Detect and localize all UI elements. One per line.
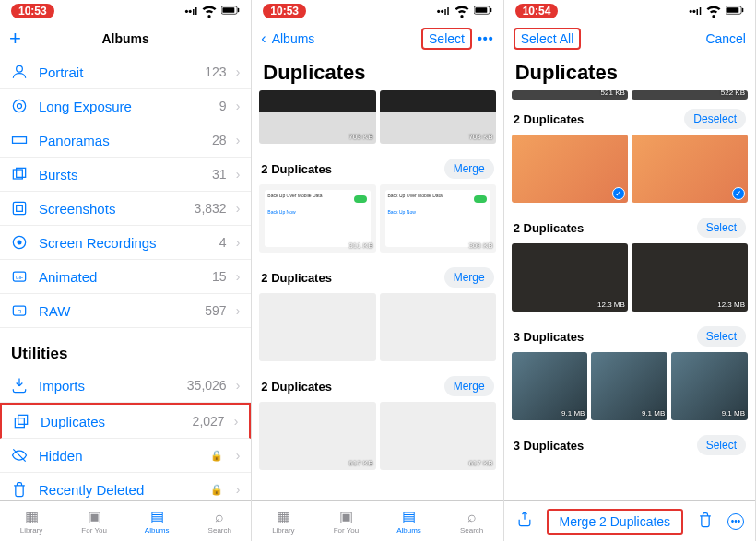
row-raw[interactable]: RRAW597› [0, 294, 251, 328]
tab-library[interactable]: ▦Library [0, 501, 63, 541]
chevron-right-icon: › [236, 99, 241, 113]
tab-for-you[interactable]: ▣For You [63, 501, 125, 541]
signal-icon: ••ıl [185, 6, 198, 17]
thumb[interactable]: 617 KB [259, 402, 375, 470]
nav-bar: ‹Albums Select ••• [252, 22, 502, 55]
screenrec-icon [9, 232, 30, 253]
row-hidden[interactable]: Hidden🔒› [0, 439, 251, 473]
wifi-icon [200, 1, 219, 21]
delete-button[interactable] [696, 511, 715, 533]
row-panoramas[interactable]: Panoramas28› [0, 123, 251, 158]
thumb[interactable]: Back Up Over Mobile DataBack Up Now311 K… [259, 184, 375, 253]
row-screen-recordings[interactable]: Screen Recordings4› [0, 226, 251, 260]
status-bar: 10:53 ••ıl [0, 0, 251, 22]
battery-icon [726, 1, 744, 21]
thumb[interactable]: 703 KB [259, 90, 375, 144]
wifi-icon [453, 1, 471, 21]
tab-bar: ▦Library ▣For You ▤Albums ⌕Search [0, 500, 251, 541]
thumb[interactable]: 12.3 MB [512, 243, 628, 312]
tab-bar: ▦Library ▣For You ▤Albums ⌕Search [252, 500, 502, 541]
merge-duplicates-button[interactable]: Merge 2 Duplicates [547, 509, 683, 535]
thumb[interactable]: 522 KB [632, 90, 748, 100]
chevron-right-icon: › [236, 201, 241, 216]
tab-for-you[interactable]: ▣For You [314, 501, 377, 541]
trash-icon [9, 479, 30, 500]
album-list: Portrait123› Long Exposure9› Panoramas28… [0, 55, 251, 500]
tab-albums[interactable]: ▤Albums [377, 501, 440, 541]
thumb[interactable]: 12.3 MB [632, 243, 748, 312]
thumb[interactable] [380, 293, 496, 361]
chevron-right-icon: › [236, 167, 241, 182]
nav-title: Albums [0, 31, 251, 46]
row-animated[interactable]: GIFAnimated15› [0, 260, 251, 294]
deselect-button[interactable]: Deselect [684, 109, 746, 129]
chevron-right-icon: › [236, 235, 241, 250]
row-portrait[interactable]: Portrait123› [0, 55, 251, 89]
thumb[interactable]: 9.1 MB [671, 352, 748, 420]
svg-rect-2 [238, 8, 239, 12]
thumb[interactable]: Back Up Over Mobile DataBack Up Now309 K… [380, 184, 496, 253]
status-time: 10:53 [11, 4, 54, 18]
search-icon: ⌕ [467, 509, 477, 525]
select-all-button[interactable]: Select All [514, 28, 582, 50]
share-button[interactable] [515, 510, 534, 533]
merge-button[interactable]: Merge [444, 159, 494, 179]
add-button[interactable]: + [9, 27, 21, 51]
row-screenshots[interactable]: Screenshots3,832› [0, 192, 251, 226]
select-button[interactable]: Select [697, 435, 746, 455]
thumb[interactable]: 617 KB [380, 402, 496, 470]
back-button[interactable]: ‹Albums [261, 30, 314, 47]
svg-text:GIF: GIF [16, 275, 23, 280]
longexposure-icon [9, 96, 30, 116]
thumb[interactable]: 521 KB [512, 90, 628, 100]
thumb[interactable]: ✓ [632, 135, 748, 203]
svg-rect-1 [223, 7, 235, 13]
tab-albums[interactable]: ▤Albums [125, 501, 188, 541]
status-icons: ••ıl [689, 1, 744, 21]
merge-button[interactable]: Merge [444, 376, 494, 396]
svg-rect-17 [15, 418, 24, 428]
row-bursts[interactable]: Bursts31› [0, 158, 251, 192]
page-title: Duplicates [504, 55, 755, 88]
chevron-right-icon: › [236, 448, 241, 463]
panorama-icon [9, 130, 30, 150]
tab-library[interactable]: ▦Library [252, 501, 314, 541]
group-title: 2 Duplicates [261, 271, 332, 285]
row-imports[interactable]: Imports35,026› [0, 369, 251, 403]
status-time: 10:54 [515, 4, 559, 18]
portrait-icon [9, 62, 30, 82]
group-title: 3 Duplicates [514, 439, 585, 453]
lock-icon: 🔒 [210, 450, 223, 462]
merge-button[interactable]: Merge [444, 267, 494, 288]
select-button[interactable]: Select [697, 218, 746, 238]
tab-search[interactable]: ⌕Search [441, 501, 503, 541]
row-duplicates[interactable]: Duplicates2,027› [0, 403, 251, 439]
check-icon: ✓ [612, 187, 625, 200]
check-icon: ✓ [732, 187, 745, 200]
more-button[interactable]: ••• [478, 31, 494, 46]
hidden-icon [9, 445, 30, 465]
battery-icon [221, 1, 240, 21]
thumb[interactable]: 9.1 MB [591, 352, 667, 420]
row-recently-deleted[interactable]: Recently Deleted🔒› [0, 473, 251, 500]
bursts-icon [9, 164, 30, 184]
select-button[interactable]: Select [421, 28, 472, 50]
thumb[interactable]: 703 KB [380, 90, 496, 144]
raw-icon: R [9, 300, 30, 321]
page-title: Duplicates [252, 55, 502, 88]
thumb[interactable]: 9.1 MB [512, 352, 588, 420]
screen-duplicates-select: 10:54 ••ıl Select All Cancel Duplicates … [504, 0, 756, 541]
duplicates-content: 703 KB 703 KB 2 DuplicatesMerge Back Up … [252, 88, 502, 500]
tab-search[interactable]: ⌕Search [188, 501, 251, 541]
row-long-exposure[interactable]: Long Exposure9› [0, 89, 251, 123]
thumb[interactable] [259, 293, 375, 361]
more-button[interactable]: ••• [727, 513, 744, 530]
svg-rect-20 [475, 7, 487, 13]
cancel-button[interactable]: Cancel [705, 31, 746, 46]
select-button[interactable]: Select [697, 326, 746, 347]
thumb[interactable]: ✓ [512, 135, 628, 203]
svg-rect-23 [726, 7, 738, 13]
status-bar: 10:53 ••ıl [252, 0, 502, 22]
battery-icon [474, 1, 492, 21]
duplicates-content: 521 KB 522 KB 2 DuplicatesDeselect ✓ ✓ 2… [504, 88, 755, 500]
